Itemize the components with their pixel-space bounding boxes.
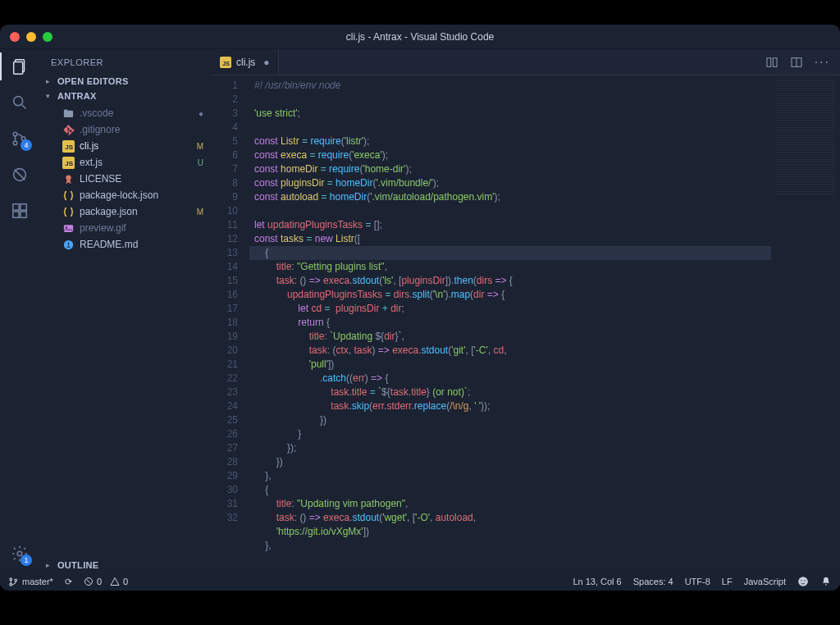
debug-icon[interactable] <box>9 164 30 185</box>
file-name: ext.js <box>80 157 103 168</box>
eol-item[interactable]: LF <box>722 577 733 586</box>
scm-badge: 4 <box>21 139 32 151</box>
titlebar: cli.js - Antrax - Visual Studio Code <box>0 25 840 49</box>
file-status: M <box>197 142 203 151</box>
chevron-right-icon: ▸ <box>46 561 54 569</box>
activity-bar: 4 1 <box>0 49 39 573</box>
svg-line-8 <box>15 170 25 180</box>
file-ext-js[interactable]: JSext.jsU <box>44 154 212 171</box>
file-name: package-lock.json <box>80 189 158 201</box>
bell-icon[interactable] <box>820 576 832 587</box>
md-file-icon <box>62 239 75 251</box>
file-name: package.json <box>80 206 138 217</box>
svg-rect-12 <box>21 212 26 217</box>
svg-rect-24 <box>767 57 771 66</box>
branch-name: master* <box>22 577 53 586</box>
sync-item[interactable]: ⟳ <box>65 577 72 587</box>
svg-point-28 <box>10 577 12 580</box>
section-label: OPEN EDITORS <box>57 76 129 86</box>
search-icon[interactable] <box>9 92 30 113</box>
more-icon[interactable]: ··· <box>815 55 830 70</box>
file-tree: .vscode●.gitignoreJScli.jsMJSext.jsULICE… <box>39 103 212 253</box>
json-file-icon <box>62 189 75 202</box>
svg-point-30 <box>15 578 17 581</box>
editor-actions: ··· <box>765 49 840 75</box>
svg-rect-1 <box>14 62 23 75</box>
app-window: cli.js - Antrax - Visual Studio Code 4 <box>0 25 840 591</box>
folder-file-icon <box>62 107 75 120</box>
svg-point-4 <box>13 132 17 136</box>
js-file-icon: JS <box>62 157 75 169</box>
svg-rect-11 <box>13 212 19 217</box>
tab-dirty-icon[interactable]: ● <box>263 57 269 68</box>
file-LICENSE[interactable]: LICENSE <box>44 171 212 187</box>
compare-icon[interactable] <box>765 56 778 69</box>
indentation-item[interactable]: Spaces: 4 <box>633 577 673 586</box>
minimap[interactable] <box>771 75 840 573</box>
file--vscode[interactable]: .vscode● <box>44 105 212 121</box>
chevron-right-icon: ▸ <box>46 77 54 85</box>
svg-rect-9 <box>13 204 19 210</box>
project-section[interactable]: ▾ ANTRAX <box>39 89 212 103</box>
svg-point-18 <box>66 175 71 180</box>
language-mode-item[interactable]: JavaScript <box>744 577 786 586</box>
editor-area: JS cli.js ● ··· 123456789101112131415161… <box>212 49 840 573</box>
explorer-title: EXPLORER <box>39 54 212 74</box>
code-editor[interactable]: 1234567891011121314151617181920212223242… <box>212 75 840 573</box>
svg-point-2 <box>14 97 23 106</box>
svg-point-5 <box>13 141 17 145</box>
svg-rect-25 <box>773 57 777 66</box>
file-README-md[interactable]: README.md <box>44 236 212 253</box>
svg-text:JS: JS <box>222 59 230 66</box>
tab-cli-js[interactable]: JS cli.js ● <box>212 49 279 75</box>
settings-badge: 1 <box>21 554 32 566</box>
js-file-icon: JS <box>62 140 75 153</box>
explorer-sidebar: EXPLORER ▸ OPEN EDITORS ▾ ANTRAX .vscode… <box>39 49 212 573</box>
git-file-icon <box>62 124 75 136</box>
file-cli-js[interactable]: JScli.jsM <box>44 138 212 154</box>
window-title: cli.js - Antrax - Visual Studio Code <box>0 31 840 43</box>
json-file-icon <box>62 206 75 218</box>
file-status: ● <box>199 109 203 118</box>
svg-line-3 <box>22 105 26 109</box>
sync-icon: ⟳ <box>65 577 72 587</box>
svg-line-32 <box>86 580 90 584</box>
file-package-lock-json[interactable]: package-lock.json <box>44 187 212 203</box>
scm-icon[interactable]: 4 <box>9 128 30 149</box>
git-branch-item[interactable]: master* <box>8 577 53 587</box>
line-number-gutter: 1234567891011121314151617181920212223242… <box>212 75 246 573</box>
cursor-position-item[interactable]: Ln 13, Col 6 <box>573 577 621 586</box>
outline-section[interactable]: ▸ OUTLINE <box>39 558 212 573</box>
status-bar: master* ⟳ 0 0 Ln 13, Col 6 Spaces: 4 UTF… <box>0 573 840 591</box>
open-editors-section[interactable]: ▸ OPEN EDITORS <box>39 74 212 89</box>
file-status: U <box>198 158 203 167</box>
file-name: .gitignore <box>80 124 120 135</box>
svg-point-34 <box>801 580 802 582</box>
svg-point-33 <box>798 577 808 586</box>
section-label: OUTLINE <box>57 560 98 570</box>
split-editor-icon[interactable] <box>790 56 803 69</box>
file-name: LICENSE <box>80 173 121 185</box>
explorer-icon[interactable] <box>9 56 30 77</box>
lic-file-icon <box>62 173 75 185</box>
code-content[interactable]: #! /usr/bin/env node 'use strict'; const… <box>246 75 771 573</box>
tab-label: cli.js <box>236 57 255 68</box>
svg-point-35 <box>804 580 806 582</box>
svg-point-29 <box>10 583 12 586</box>
section-label: ANTRAX <box>57 91 97 101</box>
encoding-item[interactable]: UTF-8 <box>685 577 710 586</box>
svg-point-13 <box>17 551 22 556</box>
file-preview-gif[interactable]: preview.gif <box>44 220 212 236</box>
warning-count: 0 <box>123 577 128 586</box>
svg-text:JS: JS <box>65 144 74 151</box>
file--gitignore[interactable]: .gitignore <box>44 121 212 138</box>
extensions-icon[interactable] <box>9 200 30 221</box>
problems-item[interactable]: 0 0 <box>84 577 128 586</box>
file-name: cli.js <box>80 140 98 152</box>
file-package-json[interactable]: package.jsonM <box>44 203 212 220</box>
settings-gear-icon[interactable]: 1 <box>9 543 30 564</box>
minimap-content <box>776 80 835 195</box>
feedback-icon[interactable] <box>797 576 809 587</box>
file-name: README.md <box>80 239 138 250</box>
file-status: M <box>197 208 203 217</box>
